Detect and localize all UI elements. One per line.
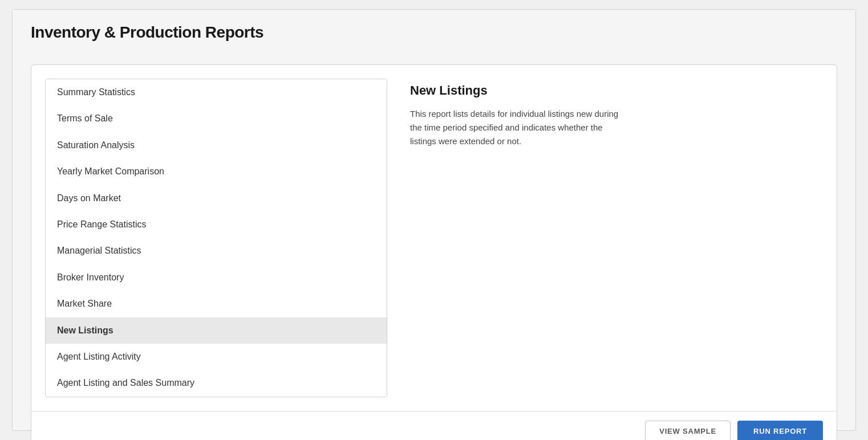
report-list-item-yearly-market-comparison[interactable]: Yearly Market Comparison bbox=[46, 158, 387, 185]
report-list: Summary StatisticsTerms of SaleSaturatio… bbox=[46, 79, 387, 397]
page-wrapper: Inventory & Production Reports Summary S… bbox=[12, 9, 856, 431]
report-list-item-new-listings[interactable]: New Listings bbox=[46, 317, 387, 344]
run-report-button[interactable]: RUN REPORT bbox=[737, 421, 823, 440]
page-title: Inventory & Production Reports bbox=[31, 23, 837, 42]
report-list-item-managerial-statistics[interactable]: Managerial Statistics bbox=[46, 238, 387, 264]
report-detail-panel: New Listings This report lists details f… bbox=[410, 79, 823, 397]
card-body: Summary StatisticsTerms of SaleSaturatio… bbox=[31, 65, 837, 411]
report-list-item-days-on-market[interactable]: Days on Market bbox=[46, 185, 387, 211]
report-list-item-market-share[interactable]: Market Share bbox=[46, 291, 387, 317]
report-detail-title: New Listings bbox=[410, 83, 823, 98]
report-list-item-summary-statistics[interactable]: Summary Statistics bbox=[46, 79, 387, 105]
page-header: Inventory & Production Reports bbox=[13, 10, 855, 51]
report-detail-description: This report lists details for individual… bbox=[410, 107, 627, 148]
report-list-item-agent-listing-activity[interactable]: Agent Listing Activity bbox=[46, 344, 387, 370]
report-list-item-terms-of-sale[interactable]: Terms of Sale bbox=[46, 105, 387, 132]
report-list-item-broker-inventory[interactable]: Broker Inventory bbox=[46, 264, 387, 291]
content-card: Summary StatisticsTerms of SaleSaturatio… bbox=[31, 64, 837, 440]
report-list-item-agent-listing-sales-summary[interactable]: Agent Listing and Sales Summary bbox=[46, 370, 387, 396]
view-sample-button[interactable]: VIEW SAMPLE bbox=[645, 421, 731, 440]
card-footer: VIEW SAMPLE RUN REPORT bbox=[31, 411, 837, 440]
report-list-item-saturation-analysis[interactable]: Saturation Analysis bbox=[46, 132, 387, 158]
report-list-container: Summary StatisticsTerms of SaleSaturatio… bbox=[45, 79, 387, 397]
report-list-item-price-range-statistics[interactable]: Price Range Statistics bbox=[46, 211, 387, 238]
main-content: Summary StatisticsTerms of SaleSaturatio… bbox=[13, 51, 855, 440]
outer-container: Inventory & Production Reports Summary S… bbox=[0, 0, 868, 440]
